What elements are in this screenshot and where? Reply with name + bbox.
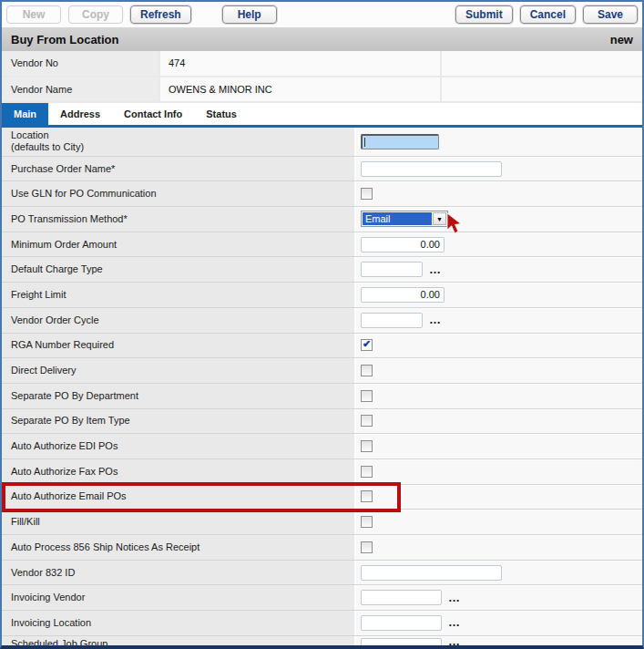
form-row-auto-authorize-fax-pos: Auto Authorize Fax POs: [2, 459, 642, 485]
page-header: Buy From Location new: [2, 27, 642, 51]
toolbar: NewCopyRefreshHelp SubmitCancelSave: [2, 2, 642, 27]
vendor-order-cycle-input[interactable]: [361, 313, 423, 328]
field-label: Purchase Order Name*: [2, 157, 356, 181]
po-transmission-method-select[interactable]: Email▼: [361, 211, 448, 227]
field-label: Auto Authorize EDI POs: [2, 434, 356, 458]
freight-limit-input[interactable]: 0.00: [361, 287, 445, 303]
field-label: Fill/Kill: [2, 510, 356, 534]
auto-authorize-fax-pos-checkbox[interactable]: [361, 466, 373, 478]
form-row-vendor-832-id: Vendor 832 ID: [2, 561, 642, 586]
dropdown-arrow-icon[interactable]: ▼: [433, 212, 446, 225]
field-label: Invoicing Location: [2, 611, 356, 635]
vendor-order-cycle-lookup-button[interactable]: …: [429, 316, 442, 324]
minimum-order-amount-input[interactable]: 0.00: [361, 237, 445, 252]
vendor-row-extra-cell: [442, 51, 642, 76]
default-charge-type-input[interactable]: [361, 262, 423, 277]
auto-authorize-edi-pos-checkbox[interactable]: [361, 440, 373, 452]
tab-main[interactable]: Main: [2, 103, 48, 125]
toolbar-left-group: NewCopyRefreshHelp: [6, 5, 277, 24]
vendor-no-label: Vendor No: [2, 51, 160, 76]
refresh-button[interactable]: Refresh: [130, 5, 191, 24]
vendor-name-value: OWENS & MINOR INC: [160, 77, 442, 102]
field-label: Vendor Order Cycle: [2, 308, 356, 333]
form-row-vendor-order-cycle: Vendor Order Cycle…: [2, 308, 642, 334]
copy-button[interactable]: Copy: [68, 5, 123, 24]
checkmark-icon: ✔: [363, 338, 371, 350]
vendor-summary-grid: Vendor No474Vendor NameOWENS & MINOR INC: [2, 51, 642, 103]
form-row-po-transmission-method: PO Transmission Method*Email▼: [2, 207, 642, 232]
field-label: Vendor 832 ID: [2, 561, 356, 585]
vendor-832-id-input[interactable]: [361, 565, 502, 581]
form-row-separate-po-by-department: Separate PO By Department: [2, 384, 642, 409]
vendor-name-label: Vendor Name: [2, 77, 160, 102]
vendor-row-extra-cell: [442, 77, 642, 102]
form-row-location: Location(defaults to City): [2, 128, 642, 157]
field-label: Direct Delivery: [2, 358, 356, 383]
help-button[interactable]: Help: [222, 5, 277, 24]
form-row-default-charge-type: Default Charge Type…: [2, 257, 642, 283]
separate-po-by-item-type-checkbox[interactable]: [361, 415, 373, 427]
field-sublabel: (defaults to City): [11, 141, 354, 153]
auto-authorize-email-pos-checkbox[interactable]: [361, 490, 373, 502]
toolbar-right-group: SubmitCancelSave: [455, 5, 638, 24]
invoicing-location-lookup-button[interactable]: …: [448, 619, 461, 626]
scheduled-job-group-lookup-button[interactable]: …: [448, 638, 461, 645]
record-status-badge: new: [610, 33, 633, 46]
form-row-auto-process-856-ship-notices-as-receipt: Auto Process 856 Ship Notices As Receipt: [2, 535, 642, 561]
purchase-order-name-input[interactable]: [361, 161, 502, 177]
field-label: Location(defaults to City): [2, 128, 356, 156]
direct-delivery-checkbox[interactable]: [361, 365, 373, 376]
tab-address[interactable]: Address: [48, 103, 112, 125]
form-row-fill-kill: Fill/Kill: [2, 510, 642, 535]
form-row-freight-limit: Freight Limit0.00: [2, 283, 642, 308]
vendor-row: Vendor No474: [2, 51, 642, 77]
invoicing-location-input[interactable]: [361, 615, 442, 631]
tab-bar: MainAddressContact InfoStatus: [2, 103, 642, 125]
submit-button[interactable]: Submit: [455, 5, 513, 24]
field-label: PO Transmission Method*: [2, 207, 356, 232]
field-label: Auto Process 856 Ship Notices As Receipt: [2, 535, 356, 560]
form-row-invoicing-location: Invoicing Location…: [2, 611, 642, 636]
cancel-button[interactable]: Cancel: [520, 5, 576, 24]
main-tab-form: Location(defaults to City)Purchase Order…: [2, 128, 642, 649]
tab-contact-info[interactable]: Contact Info: [112, 103, 194, 125]
separate-po-by-department-checkbox[interactable]: [361, 390, 373, 402]
default-charge-type-lookup-button[interactable]: …: [429, 266, 442, 273]
vendor-row: Vendor NameOWENS & MINOR INC: [2, 77, 642, 104]
use-gln-for-po-communication-checkbox[interactable]: [361, 188, 373, 200]
page-title: Buy From Location: [11, 33, 118, 46]
rga-number-required-checkbox[interactable]: ✔: [361, 339, 373, 351]
auto-process-856-ship-notices-as-receipt-checkbox[interactable]: [361, 541, 373, 553]
field-label: Auto Authorize Fax POs: [2, 459, 356, 484]
form-row-purchase-order-name: Purchase Order Name*: [2, 157, 642, 182]
buy-from-location-window: NewCopyRefreshHelp SubmitCancelSave Buy …: [0, 0, 644, 649]
form-row-rga-number-required: RGA Number Required✔: [2, 334, 642, 359]
field-label: Default Charge Type: [2, 257, 356, 282]
field-label: RGA Number Required: [2, 334, 356, 358]
invoicing-vendor-input[interactable]: [361, 590, 442, 605]
field-label: Invoicing Vendor: [2, 585, 356, 610]
form-row-use-gln-for-po-communication: Use GLN for PO Communication: [2, 181, 642, 207]
field-label: Separate PO By Item Type: [2, 409, 356, 434]
save-button[interactable]: Save: [583, 5, 638, 24]
selected-option: Email: [363, 212, 432, 225]
field-label: Auto Authorize Email POs: [2, 485, 356, 510]
form-row-invoicing-vendor: Invoicing Vendor…: [2, 585, 642, 611]
field-label: Use GLN for PO Communication: [2, 181, 356, 206]
tab-status[interactable]: Status: [194, 103, 249, 125]
scheduled-job-group-input[interactable]: [361, 638, 442, 649]
invoicing-vendor-lookup-button[interactable]: …: [448, 594, 461, 602]
vendor-no-value: 474: [160, 51, 442, 76]
field-label: Minimum Order Amount: [2, 232, 356, 257]
field-label: Scheduled Job Group: [2, 636, 356, 649]
fill-kill-checkbox[interactable]: [361, 516, 373, 528]
field-label: Separate PO By Department: [2, 384, 356, 408]
form-row-direct-delivery: Direct Delivery: [2, 358, 642, 384]
location-input[interactable]: [361, 134, 439, 149]
new-button[interactable]: New: [6, 5, 61, 24]
form-row-scheduled-job-group: Scheduled Job Group…: [2, 636, 642, 649]
form-row-auto-authorize-email-pos: Auto Authorize Email POs: [2, 485, 642, 510]
form-row-separate-po-by-item-type: Separate PO By Item Type: [2, 409, 642, 435]
form-row-minimum-order-amount: Minimum Order Amount0.00: [2, 232, 642, 258]
form-row-auto-authorize-edi-pos: Auto Authorize EDI POs: [2, 434, 642, 459]
